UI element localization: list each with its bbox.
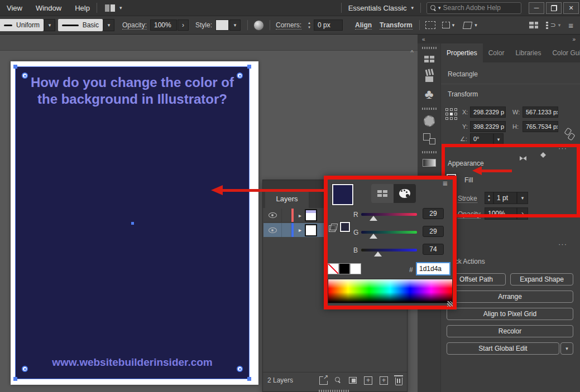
tab-libraries[interactable]: Libraries	[510, 43, 547, 62]
blue-slider-thumb[interactable]	[374, 251, 382, 257]
panel-group-grip[interactable]	[422, 151, 437, 153]
make-clipping-mask-icon[interactable]	[349, 377, 357, 384]
opacity-link[interactable]: Opacity	[458, 210, 481, 219]
expand-chevron-icon[interactable]: ▸	[299, 227, 301, 233]
background-rectangle[interactable]: How do you change the color of the backg…	[15, 66, 250, 379]
distribute-objects-button[interactable]: ⊃ ▾	[546, 21, 561, 29]
collapse-panels-icon[interactable]: «	[422, 36, 425, 42]
brush-definition-dropdown[interactable]: Basic	[58, 19, 103, 31]
color-spectrum-bar[interactable]	[328, 279, 453, 303]
swatches-panel-icon[interactable]	[424, 56, 434, 63]
style-chevron[interactable]: ▾	[229, 20, 241, 31]
artboards-panel-icon[interactable]	[423, 133, 435, 144]
current-color-swatch[interactable]	[332, 184, 353, 205]
opacity-flyout-button[interactable]: ›	[517, 207, 528, 220]
green-slider-thumb[interactable]	[370, 234, 377, 239]
stroke-weight-dropdown[interactable]: ▾	[517, 192, 528, 204]
panel-resize-grip[interactable]	[319, 390, 350, 392]
opacity-flyout-button[interactable]: ›	[178, 20, 189, 31]
tab-properties[interactable]: Properties	[441, 43, 483, 62]
visibility-toggle[interactable]	[263, 223, 282, 237]
black-swatch[interactable]	[339, 263, 350, 274]
selection-handle[interactable]	[247, 377, 251, 381]
align-to-pixel-grid-button[interactable]: Align to Pixel Grid	[447, 308, 573, 320]
arrange-button[interactable]: Arrange	[447, 291, 573, 303]
rotation-dropdown[interactable]: ▾	[493, 133, 504, 146]
none-swatch[interactable]	[328, 263, 339, 274]
align-to-selection-icon[interactable]	[425, 21, 435, 29]
scrollbar-up-icon[interactable]: ^	[408, 49, 416, 57]
menu-help[interactable]: Help	[68, 0, 97, 16]
stroke-weight-field[interactable]: 1 pt	[493, 192, 517, 204]
red-slider[interactable]	[361, 209, 417, 222]
red-slider-thumb[interactable]	[370, 216, 377, 221]
isolate-selected-object-button[interactable]: ▾	[442, 22, 455, 28]
tab-color[interactable]: Color	[483, 43, 510, 62]
w-field[interactable]: 567.1233 px	[523, 107, 558, 118]
expand-shape-button[interactable]: Expand Shape	[510, 273, 573, 285]
corner-widget-icon[interactable]	[22, 366, 28, 372]
green-value-field[interactable]: 29	[423, 226, 444, 237]
opacity-link[interactable]: Opacity:	[122, 21, 147, 30]
hex-input[interactable]	[416, 262, 450, 275]
align-link[interactable]: Align	[355, 21, 372, 30]
arrange-documents-button[interactable]: ▾	[105, 4, 122, 12]
shape-mode-button[interactable]: ▾	[463, 22, 477, 29]
visibility-toggle[interactable]	[263, 209, 282, 222]
white-swatch[interactable]	[350, 263, 361, 274]
corners-value[interactable]: 0 px	[314, 20, 343, 31]
artwork-watermark-text[interactable]: www.websitebuilderinsider.com	[16, 356, 249, 369]
collect-for-export-icon[interactable]	[319, 376, 328, 385]
align-objects-icon[interactable]	[529, 22, 538, 29]
artboard[interactable]: How do you change the color of the backg…	[11, 61, 258, 385]
menu-view[interactable]: View	[0, 0, 29, 16]
global-edit-options-button[interactable]: ▾	[560, 342, 573, 355]
layers-tab[interactable]: Layers	[265, 189, 309, 208]
brushes-panel-icon[interactable]	[424, 70, 435, 82]
selection-handle[interactable]	[13, 65, 17, 69]
panel-group-grip[interactable]	[422, 108, 437, 110]
artwork-heading-text[interactable]: How do you change the color of the backg…	[22, 74, 243, 108]
stroke-profile-chevron[interactable]: ▾	[44, 19, 55, 31]
minimize-button[interactable]: ─	[529, 2, 544, 14]
delete-layer-icon[interactable]	[395, 378, 402, 385]
layer-thumbnail[interactable]	[305, 209, 317, 221]
brush-chevron[interactable]: ▾	[103, 19, 114, 31]
h-field[interactable]: 765.7534 px	[523, 121, 558, 132]
expand-panels-icon[interactable]: »	[572, 36, 576, 42]
options-menu-icon[interactable]: ≡	[568, 21, 573, 30]
transform-link[interactable]: Transform	[380, 21, 413, 30]
corners-link[interactable]: Corners:	[276, 21, 301, 30]
opacity-value[interactable]: 100%	[150, 20, 177, 31]
panel-group-grip[interactable]	[422, 47, 437, 49]
recolor-button[interactable]: Recolor	[447, 325, 573, 337]
tab-color-guide[interactable]: Color Guid	[547, 43, 580, 62]
expand-chevron-icon[interactable]: ▸	[299, 212, 301, 219]
gradient-panel-icon[interactable]	[423, 159, 436, 167]
search-input[interactable]	[443, 4, 505, 12]
y-field[interactable]: 398.2329 p	[470, 121, 506, 132]
corner-widget-icon[interactable]	[22, 72, 28, 79]
start-global-edit-button[interactable]: Start Global Edit	[447, 342, 559, 355]
selection-handle[interactable]	[13, 377, 17, 381]
x-field[interactable]: 298.2329 p	[470, 107, 506, 118]
new-layer-icon[interactable]: +	[380, 376, 388, 385]
locate-object-icon[interactable]	[335, 377, 342, 384]
feather-effect-panel-icon[interactable]	[424, 115, 435, 127]
stroke-weight-stepper[interactable]: ▴ ▾	[485, 192, 493, 204]
corners-stepper[interactable]: ▴ ▾	[305, 20, 314, 31]
style-swatch[interactable]	[215, 20, 229, 31]
lock-cell[interactable]	[282, 223, 291, 237]
symbols-panel-icon[interactable]: ♣	[425, 88, 434, 101]
center-anchor-point[interactable]	[131, 222, 134, 225]
recolor-artwork-icon[interactable]	[253, 20, 264, 31]
selection-handle[interactable]	[247, 65, 251, 69]
panel-resize-grip[interactable]	[447, 301, 453, 307]
lock-cell[interactable]	[282, 209, 291, 222]
color-mixer-tab[interactable]	[394, 184, 416, 203]
blue-value-field[interactable]: 74	[423, 244, 444, 255]
panel-menu-icon[interactable]: ≡	[443, 178, 448, 188]
close-button[interactable]: ×	[563, 2, 579, 14]
menu-window[interactable]: Window	[29, 0, 68, 16]
corner-widget-icon[interactable]	[237, 366, 243, 372]
